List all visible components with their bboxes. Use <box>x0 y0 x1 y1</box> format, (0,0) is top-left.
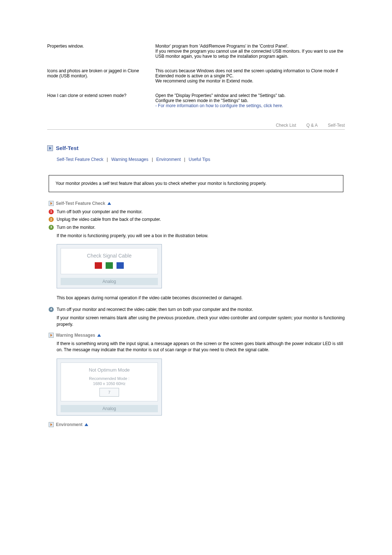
faq-answer-text: Open the "Display Properties" window and… <box>155 93 286 103</box>
faq-answer: This occurs because Windows does not sen… <box>155 68 345 84</box>
document-page: Properties window. Monitor' program from… <box>0 0 392 474</box>
step-text: Turn off both your computer and the moni… <box>57 209 345 215</box>
up-arrow-icon[interactable] <box>107 202 111 205</box>
subheader-title: Environment <box>56 422 82 427</box>
step-row: 4 Turn off your monitor and reconnect th… <box>49 307 345 313</box>
subheader-title: Self-Test Feature Check <box>56 201 105 206</box>
step-number-1-icon: 1 <box>49 209 54 214</box>
up-arrow-icon[interactable] <box>85 423 88 426</box>
faq-row: Properties window. Monitor' program from… <box>47 44 345 59</box>
step-row: 2 Unplug the video cable from the back o… <box>49 216 345 223</box>
step-text: Turn on the monitor. <box>57 224 345 231</box>
anchor-self-test[interactable]: Self-Test Feature Check <box>57 157 103 162</box>
signal-title: Check Signal Cable <box>64 253 155 259</box>
paragraph: If there is something wrong with the inp… <box>57 341 345 353</box>
tab-q-and-a[interactable]: Q & A <box>306 123 318 128</box>
faq-question: Properties window. <box>47 44 155 49</box>
red-square-icon <box>95 262 102 269</box>
rgb-squares <box>64 262 155 269</box>
section-header: Self-Test <box>47 145 345 151</box>
separator: | <box>152 157 153 162</box>
faq-question: Icons and photos are broken or jagged in… <box>47 68 155 78</box>
step-number-3-icon: 3 <box>49 225 54 230</box>
tab-check-list[interactable]: Check List <box>276 123 296 128</box>
faq-row: Icons and photos are broken or jagged in… <box>47 68 345 84</box>
subheader-environment: Environment <box>49 422 345 427</box>
signal-mode-strip: Analog <box>61 405 158 412</box>
anchor-warning[interactable]: Warning Messages <box>111 157 148 162</box>
faq-row: How I can clone or extend screen mode? O… <box>47 93 345 108</box>
faq-answer: Monitor' program from 'Add/Remove Progra… <box>155 44 345 59</box>
signal-mode-strip: Analog <box>61 278 158 285</box>
signal-countdown: 7 <box>99 388 119 397</box>
not-optimum-graphic: Not Optimum Mode Recommended Mode : 1680… <box>57 358 162 416</box>
play-icon <box>47 145 53 151</box>
anchor-useful-tips[interactable]: Useful Tips <box>189 157 210 162</box>
step-followup: If the monitor is functioning properly, … <box>57 233 345 239</box>
signal-resolution: 1680 x 1050 60Hz <box>64 381 155 386</box>
green-square-icon <box>106 262 113 269</box>
blue-square-icon <box>117 262 124 269</box>
faq-question: How I can clone or extend screen mode? <box>47 93 155 98</box>
step-number-2-icon: 2 <box>49 217 54 222</box>
play-icon <box>49 422 54 427</box>
anchor-links: Self-Test Feature Check | Warning Messag… <box>57 157 345 162</box>
step-row: 3 Turn on the monitor. <box>49 224 345 231</box>
subheader-warning: Warning Messages <box>49 333 345 338</box>
separator: | <box>107 157 108 162</box>
step-followup: If your monitor screen remains blank aft… <box>57 315 345 328</box>
step-row: 1 Turn off both your computer and the mo… <box>49 209 345 215</box>
up-arrow-icon[interactable] <box>97 334 101 337</box>
paragraph: This box appears during normal operation… <box>57 295 345 301</box>
play-icon <box>49 333 54 338</box>
faq-answer: Open the "Display Properties" window and… <box>155 93 345 108</box>
separator: | <box>184 157 185 162</box>
step-text: Turn off your monitor and reconnect the … <box>57 307 345 313</box>
subheader-self-test: Self-Test Feature Check <box>49 201 345 206</box>
step-text: Unplug the video cable from the back of … <box>57 216 345 223</box>
tab-self-test[interactable]: Self-Test <box>328 123 345 128</box>
anchor-environment[interactable]: Environment <box>156 157 181 162</box>
signal-subtitle: Recommended Mode : <box>64 376 155 381</box>
step-number-4-icon: 4 <box>49 307 54 312</box>
section-tab-bar: Check List Q & A Self-Test <box>47 123 345 130</box>
check-signal-graphic: Check Signal Cable Analog <box>57 244 162 288</box>
play-icon <box>49 201 54 206</box>
signal-title: Not Optimum Mode <box>64 367 155 373</box>
info-box: Your monitor provides a self test featur… <box>49 175 343 192</box>
subheader-title: Warning Messages <box>56 333 95 338</box>
faq-answer-link[interactable]: - For more information on how to configu… <box>155 103 283 108</box>
section-title: Self-Test <box>56 145 78 151</box>
